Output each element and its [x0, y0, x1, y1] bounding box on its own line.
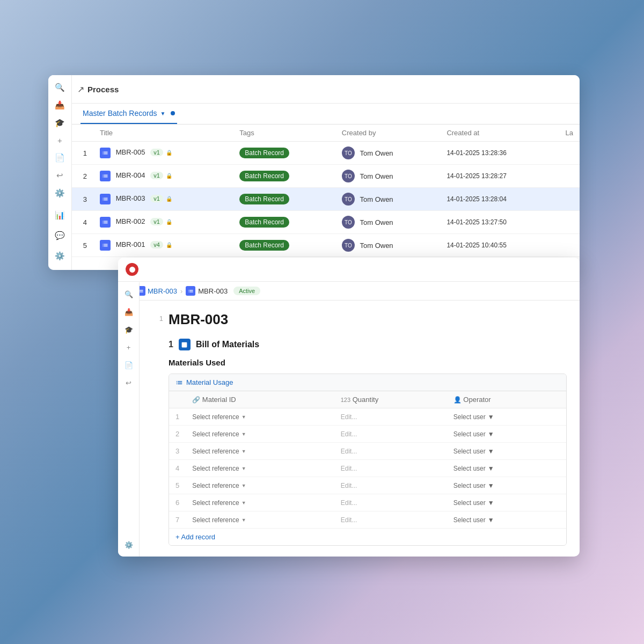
mat-row-material[interactable]: Select reference ▼ [186, 511, 334, 529]
mat-row-material[interactable]: Select reference ▼ [186, 426, 334, 443]
mat-row-quantity[interactable]: Edit... [334, 460, 447, 477]
mat-row-material[interactable]: Select reference ▼ [186, 460, 334, 477]
tag-badge: Batch Record [239, 217, 289, 228]
mat-row-quantity[interactable]: Edit... [334, 443, 447, 460]
select-reference[interactable]: Select reference ▼ [192, 430, 246, 438]
version-badge: v1 [150, 172, 163, 179]
select-user[interactable]: Select user ▼ [453, 465, 494, 472]
select-user[interactable]: Select user ▼ [453, 448, 494, 455]
list-window: ↗ Process 🔍 📥 🎓 + 📄 ↩ ⚙️ 📊 💬 ⚙️ Ma [48, 75, 580, 270]
edit-quantity[interactable]: Edit... [341, 499, 357, 507]
breadcrumb-parent[interactable]: MBR-003 [136, 286, 177, 296]
detail-content: 1 MBR-003 1 Bill of Materials Materials … [140, 301, 580, 557]
mat-row-material[interactable]: Select reference ▼ [186, 443, 334, 460]
row-tags: Batch Record [233, 142, 335, 165]
mat-row-quantity[interactable]: Edit... [334, 408, 447, 426]
tab-dropdown-arrow[interactable]: ▼ [160, 111, 166, 116]
section-num: 1 [169, 340, 173, 349]
mat-row-material[interactable]: Select reference ▼ [186, 494, 334, 511]
mat-row-operator[interactable]: Select user ▼ [447, 426, 566, 443]
search-icon[interactable]: 🔍 [52, 80, 69, 95]
mat-row-material[interactable]: Select reference ▼ [186, 477, 334, 494]
tab-dot [171, 111, 175, 115]
select-user[interactable]: Select user ▼ [453, 482, 494, 489]
version-badge: v1 [150, 195, 163, 202]
mat-table-row: 5 Select reference ▼ Edit... Select user… [169, 477, 566, 494]
detail-doc-icon[interactable]: 📄 [121, 357, 136, 372]
mat-row-operator[interactable]: Select user ▼ [447, 477, 566, 494]
edit-quantity[interactable]: Edit... [341, 516, 357, 524]
status-badge: Active [233, 287, 260, 295]
row-created-at: 14-01-2025 10:40:55 [440, 234, 559, 257]
select-user[interactable]: Select user ▼ [453, 413, 494, 421]
mat-row-operator[interactable]: Select user ▼ [447, 511, 566, 529]
select-reference[interactable]: Select reference ▼ [192, 516, 246, 524]
settings-bottom-icon[interactable]: ⚙️ [52, 247, 69, 265]
edit-quantity[interactable]: Edit... [341, 413, 357, 421]
avatar: TO [342, 170, 355, 182]
document-icon[interactable]: 📄 [52, 151, 69, 165]
add-icon[interactable]: + [52, 133, 69, 148]
select-reference[interactable]: Select reference ▼ [192, 448, 246, 455]
select-user-label: Select user [453, 448, 486, 455]
mat-row-quantity[interactable]: Edit... [334, 511, 447, 529]
row-tags: Batch Record [233, 234, 335, 257]
inbox-icon[interactable]: 📥 [52, 98, 69, 113]
table-row[interactable]: 2 MBR-004 v1 🔒 Batch Record TO Tom Owen … [72, 165, 580, 188]
edit-quantity[interactable]: Edit... [341, 465, 357, 472]
row-created-at: 14-01-2025 13:28:04 [440, 188, 559, 211]
mat-row-operator[interactable]: Select user ▼ [447, 408, 566, 426]
select-reference[interactable]: Select reference ▼ [192, 499, 246, 507]
detail-app-logo [126, 263, 138, 276]
mat-row-operator[interactable]: Select user ▼ [447, 460, 566, 477]
table-row[interactable]: 1 MBR-005 v1 🔒 Batch Record TO Tom Owen … [72, 142, 580, 165]
row-id: MBR-004 [116, 171, 145, 179]
row-id: MBR-001 [116, 240, 145, 248]
edit-quantity[interactable]: Edit... [341, 482, 357, 489]
mat-row-quantity[interactable]: Edit... [334, 494, 447, 511]
detail-settings-icon[interactable]: ⚙️ [121, 537, 136, 552]
mat-table-row: 1 Select reference ▼ Edit... Select user… [169, 408, 566, 426]
undo-icon[interactable]: ↩ [52, 169, 69, 183]
row-created-at: 14-01-2025 13:28:27 [440, 165, 559, 188]
row-created-by: TO Tom Owen [335, 211, 441, 234]
detail-search-icon[interactable]: 🔍 [121, 287, 136, 302]
chevron-down-icon: ▼ [241, 466, 246, 471]
title-arrow-icon: ↗ [77, 84, 84, 94]
mat-row-operator[interactable]: Select user ▼ [447, 443, 566, 460]
detail-training-icon[interactable]: 🎓 [121, 322, 136, 337]
mat-row-num: 5 [169, 477, 186, 494]
select-ref-label: Select reference [192, 430, 239, 438]
mat-row-quantity[interactable]: Edit... [334, 477, 447, 494]
select-reference[interactable]: Select reference ▼ [192, 482, 246, 489]
mat-row-material[interactable]: Select reference ▼ [186, 408, 334, 426]
mat-row-operator[interactable]: Select user ▼ [447, 494, 566, 511]
add-record-button[interactable]: + Add record [169, 529, 566, 545]
row-la [559, 234, 580, 257]
select-user[interactable]: Select user ▼ [453, 430, 494, 438]
edit-quantity[interactable]: Edit... [341, 430, 357, 438]
mat-row-quantity[interactable]: Edit... [334, 426, 447, 443]
table-row[interactable]: 4 MBR-002 v1 🔒 Batch Record TO Tom Owen … [72, 211, 580, 234]
training-icon[interactable]: 🎓 [52, 115, 69, 130]
select-reference[interactable]: Select reference ▼ [192, 465, 246, 472]
table-row[interactable]: 3 MBR-003 v1 🔒 Batch Record TO Tom Owen … [72, 188, 580, 211]
version-badge: v4 [150, 241, 163, 248]
mat-row-num: 1 [169, 408, 186, 426]
detail-add-icon[interactable]: + [121, 340, 136, 355]
user-name: Tom Owen [360, 218, 393, 226]
operator-chevron-icon: ▼ [488, 482, 494, 489]
chat-icon[interactable]: 💬 [52, 227, 69, 244]
edit-quantity[interactable]: Edit... [341, 448, 357, 455]
analytics-icon[interactable]: 📊 [52, 207, 69, 224]
tab-master-batch-records[interactable]: Master Batch Records ▼ [80, 104, 177, 124]
settings-icon[interactable]: ⚙️ [52, 186, 69, 200]
select-user[interactable]: Select user ▼ [453, 516, 494, 524]
detail-inbox-icon[interactable]: 📥 [121, 304, 136, 319]
mat-row-num: 7 [169, 511, 186, 529]
detail-undo-icon[interactable]: ↩ [121, 375, 136, 390]
row-created-by: TO Tom Owen [335, 165, 441, 188]
select-reference[interactable]: Select reference ▼ [192, 413, 246, 421]
table-row[interactable]: 5 MBR-001 v4 🔒 Batch Record TO Tom Owen … [72, 234, 580, 257]
select-user[interactable]: Select user ▼ [453, 499, 494, 507]
